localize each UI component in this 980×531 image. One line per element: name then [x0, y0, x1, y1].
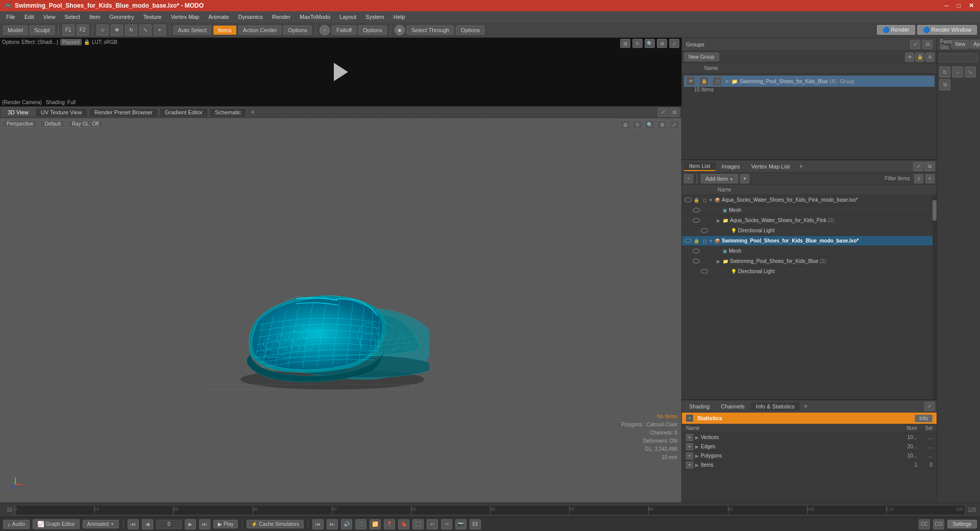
next-keyframe-btn[interactable]: ⏭	[199, 519, 210, 529]
group-item-main[interactable]: 👁 🔒 ◻ ▶ 📁 Swimming_Pool_Shoes_for_Kids_B…	[684, 76, 935, 87]
menu-system[interactable]: System	[361, 13, 388, 21]
audio-btn[interactable]: ♪ Audio	[3, 520, 30, 529]
viewport-3d[interactable]: Perspective Default Ray GL: Off ⊞ ↻ 🔍 ⚙ …	[0, 118, 681, 502]
fr-icon-3[interactable]: ⤡	[965, 66, 976, 78]
action-center-btn[interactable]: Action Center	[238, 26, 282, 35]
item-expand-1[interactable]: ▼	[708, 198, 715, 203]
item-list-expand-icon[interactable]: ⤢	[913, 162, 923, 171]
tab-schematic[interactable]: Schematic	[209, 108, 247, 116]
item-expand-3[interactable]: ▶	[717, 218, 723, 223]
vp-expand-icon[interactable]: ⤢	[669, 120, 679, 129]
options-btn-1[interactable]: Options	[283, 26, 312, 35]
next-frame-btn[interactable]: ▶	[185, 519, 196, 529]
frame-input[interactable]	[156, 520, 182, 529]
menu-view[interactable]: View	[39, 13, 60, 21]
model-btn[interactable]: Model	[3, 26, 28, 35]
minimize-btn[interactable]: ─	[942, 2, 951, 9]
view-popout-icon[interactable]: ⧉	[669, 108, 679, 117]
items-btn[interactable]: Items	[213, 26, 236, 35]
render-window-btn[interactable]: 🔵 Render Window	[917, 25, 977, 35]
falloff-btn[interactable]: Falloff	[332, 26, 356, 35]
options-label[interactable]: Options	[2, 39, 19, 45]
titlebar-controls[interactable]: ─ □ ✕	[942, 2, 976, 9]
vp-fit-icon[interactable]: ⊞	[620, 120, 630, 129]
menu-file[interactable]: File	[2, 13, 19, 21]
options-btn-2[interactable]: Options	[358, 26, 387, 35]
groups-expand-icon[interactable]: ⤢	[910, 40, 920, 49]
sb-icon-3[interactable]: 🔊	[341, 519, 352, 529]
pass-input[interactable]	[939, 53, 978, 62]
sculpt-btn[interactable]: Sculpt	[30, 26, 55, 35]
menu-dynamics[interactable]: Dynamics	[234, 13, 267, 21]
group-vis-icon[interactable]: ◻	[713, 77, 722, 86]
stat-add-edges[interactable]: +	[686, 443, 693, 450]
f1-btn[interactable]: F1	[62, 25, 75, 36]
menu-geometry[interactable]: Geometry	[105, 13, 138, 21]
tab-item-list[interactable]: Item List	[684, 162, 716, 171]
tab-gradient-editor[interactable]: Gradient Editor	[159, 108, 208, 116]
play-btn[interactable]: ▶ Play	[213, 520, 238, 528]
item-check-5[interactable]: ◻	[700, 237, 708, 245]
add-item-dropdown[interactable]: Add Item ▼	[701, 174, 738, 183]
preview-expand-icon[interactable]: ⤢	[669, 39, 679, 48]
sb-icon-6[interactable]: 📍	[384, 519, 395, 529]
tab-shading[interactable]: Shading	[684, 402, 715, 411]
tab-render-preset[interactable]: Render Preset Browser	[89, 108, 158, 116]
sb-icon-9[interactable]: ↩	[427, 519, 438, 529]
item-row-3[interactable]: ▶ 📁 Aqua_Socks_Water_Shoes_for_Kids_Pink…	[682, 215, 937, 226]
prev-keyframe-btn[interactable]: ⏮	[128, 519, 139, 529]
groups-eye-icon[interactable]: 👁	[905, 53, 914, 62]
tab-info-stats[interactable]: Info & Statistics	[751, 402, 800, 411]
graph-editor-btn[interactable]: 📈 Graph Editor	[33, 519, 80, 529]
item-row-4[interactable]: 💡 Directional Light	[682, 226, 937, 236]
tool-select-icon[interactable]: ⊹	[96, 25, 109, 36]
play-preview-btn[interactable]	[328, 59, 354, 85]
tab-3d-view[interactable]: 3D View	[2, 108, 34, 116]
item-add-btn[interactable]: +	[684, 174, 693, 183]
vp-zoom-icon[interactable]: 🔍	[645, 120, 655, 129]
group-lock-icon[interactable]: 🔒	[699, 77, 708, 86]
item-row-7[interactable]: ▶ 📁 Swimming_Pool_Shoes_for_Kids_Blue (1…	[682, 256, 937, 267]
item-check-1[interactable]: ◻	[700, 196, 708, 204]
group-eye-icon[interactable]: 👁	[686, 77, 695, 86]
sb-icon-12[interactable]: 🎞	[470, 519, 481, 529]
menu-maxtomodo[interactable]: MaxToModo	[296, 13, 334, 21]
tab-vertex-map[interactable]: Vertex Map List	[746, 162, 795, 171]
animated-btn[interactable]: Animated ▼	[83, 520, 119, 528]
menu-render[interactable]: Render	[268, 13, 295, 21]
ray-gl-btn[interactable]: Ray GL: Off	[67, 120, 104, 128]
apply-pass-btn[interactable]: Apply	[970, 40, 980, 49]
tab-images[interactable]: Images	[717, 162, 745, 171]
select-through-circle-btn[interactable]: ◉	[395, 25, 405, 35]
stats-tab-add-btn[interactable]: +	[801, 401, 811, 411]
vp-settings-icon[interactable]: ⚙	[657, 120, 667, 129]
item-vis-4[interactable]	[700, 227, 708, 235]
f2-btn[interactable]: F2	[77, 25, 89, 36]
vp-rotate-icon[interactable]: ↻	[632, 120, 643, 129]
scrollbar-thumb[interactable]	[933, 200, 937, 221]
auto-select-btn[interactable]: Auto Select	[174, 26, 211, 35]
fr-icon-1[interactable]: ↻	[939, 66, 950, 78]
menu-animate[interactable]: Animate	[204, 13, 233, 21]
tab-add-btn[interactable]: +	[248, 107, 258, 117]
stats-add-btn[interactable]: +	[686, 415, 693, 422]
menu-layout[interactable]: Layout	[335, 13, 360, 21]
options-btn-3[interactable]: Options	[456, 26, 484, 35]
stat-add-items[interactable]: +	[686, 462, 693, 469]
tool-move-icon[interactable]: ✥	[111, 25, 123, 36]
tab-uv-texture[interactable]: UV Texture View	[35, 108, 88, 116]
preview-settings-icon[interactable]: ⚙	[657, 39, 667, 48]
item-vis-2[interactable]	[692, 206, 700, 214]
info-btn[interactable]: Info	[915, 415, 933, 422]
fr-icon-2[interactable]: →	[952, 66, 963, 78]
item-row-5[interactable]: 🔒 ◻ ▼ 📦 Swimming_Pool_Shoes_for_Kids_Blu…	[682, 236, 937, 246]
stats-expand-icon[interactable]: ⤢	[924, 402, 935, 411]
sb-icon-4[interactable]: 🎵	[355, 519, 366, 529]
new-pass-btn[interactable]: New	[951, 40, 969, 49]
stat-expand-edges[interactable]: ▶	[695, 444, 699, 449]
sb-icon-7[interactable]: 🔖	[398, 519, 409, 529]
maximize-btn[interactable]: □	[955, 2, 963, 9]
item-vis-6[interactable]	[692, 247, 700, 255]
new-group-btn[interactable]: New Group	[684, 53, 719, 61]
tool-rotate-icon[interactable]: ↻	[125, 25, 137, 36]
